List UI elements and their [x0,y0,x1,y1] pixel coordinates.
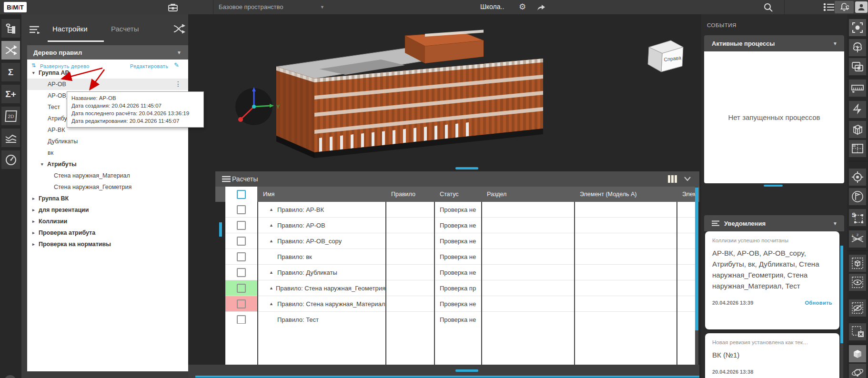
active-processes-header[interactable]: Активные процессы▼ [704,35,844,51]
row-expand-icon[interactable]: ▲ [269,286,276,290]
sum-add-icon[interactable]: Σ+ [1,85,20,103]
row-checkbox[interactable] [237,221,246,230]
workspace-caret-icon[interactable]: ▼ [320,5,324,10]
row-checkbox[interactable] [237,268,246,277]
search-icon[interactable] [763,2,773,12]
workspace-selector[interactable]: Базовое пространство [219,3,283,10]
row-checkbox-cell[interactable] [225,296,257,311]
floor-plan-icon[interactable] [849,140,866,157]
focus-selection-icon[interactable] [849,19,866,36]
tree-item[interactable]: ▸Проверка атрибута [27,227,188,239]
row-expand-icon[interactable]: ▲ [269,270,277,275]
row-checkbox-cell[interactable] [225,249,257,264]
table-hscroll-handle[interactable] [195,376,699,378]
clear-selection-icon[interactable] [849,323,866,340]
row-expand-icon[interactable]: ▲ [269,207,277,212]
panel-menu-icon[interactable] [30,26,40,34]
left-mini-scroll-handle[interactable] [219,222,222,237]
row-checkbox[interactable] [237,299,246,308]
table-vscroll-handle[interactable] [695,188,698,330]
isolate-object-icon[interactable] [849,255,866,272]
row-checkbox[interactable] [237,284,246,293]
show-icon[interactable] [849,274,866,291]
row-name-cell[interactable]: Правило: вк [257,249,385,264]
flash-collision-icon[interactable] [849,101,866,118]
row-name-cell[interactable]: ▲Правило: АР-ВК [257,202,385,217]
tree-item[interactable]: ▸Проверка на нормативы [27,239,188,250]
row-name-cell[interactable]: ▲Правило: Дубликаты [257,265,385,280]
locate-target-icon[interactable] [849,169,866,186]
item-menu-icon[interactable]: ⋮ [175,80,182,88]
tree-caret-icon[interactable]: ▸ [32,208,39,212]
table-row[interactable]: ▲Правило: АР-ВКПроверка не [225,202,695,218]
col-section[interactable]: Раздел [487,187,576,202]
tree-caret-icon[interactable]: ▸ [32,230,39,235]
briefcase-icon[interactable] [168,3,178,12]
table-row[interactable]: Правило: вкПроверка не [225,249,695,265]
tree-item[interactable]: Стена наружная_Материал [27,170,188,181]
axis-gizmo[interactable]: Y [232,85,280,132]
row-checkbox[interactable] [237,205,246,214]
share-icon[interactable] [536,3,546,11]
columns-icon[interactable] [668,175,677,183]
tree-item[interactable]: Дубликаты [27,136,188,147]
tree-item[interactable]: ▾Группа АР [27,67,188,79]
tree-vegetation-icon[interactable] [849,39,866,56]
compare-revisions-icon[interactable]: 12 [849,230,866,248]
row-checkbox-cell[interactable] [225,280,257,296]
row-name-cell[interactable]: ▲Правило: АР-ОВ_copy [257,233,385,249]
tree-caret-icon[interactable]: ▸ [32,219,39,224]
row-name-cell[interactable]: ▲Правило: Стена наружная_Геометрия [257,280,385,296]
tree-caret-icon[interactable]: ▾ [41,162,47,167]
tree-header-caret-icon[interactable]: ▼ [177,50,182,55]
row-checkbox[interactable] [237,315,246,324]
solid-view-icon[interactable] [849,345,866,362]
gauge-icon[interactable] [1,150,20,169]
menu-icon[interactable] [222,176,231,182]
table-row[interactable]: ▲Правило: ДубликатыПроверка не [225,265,695,280]
refresh-link[interactable]: Обновить [805,300,832,306]
gear-icon[interactable]: ⚙ [519,2,526,12]
table-row[interactable]: ▲Правило: АР-ОВ_copyПроверка не [225,233,695,249]
clash-check-icon[interactable] [1,41,20,60]
events-splitter-handle[interactable] [764,185,783,187]
table-row[interactable]: ▲Правило: Стена наружная_ГеометрияПровер… [225,280,695,296]
active-processes-caret-icon[interactable]: ▼ [833,41,838,46]
tab-calculations[interactable]: Расчеты [111,25,139,33]
row-checkbox-cell[interactable] [225,202,257,217]
tree-caret-icon[interactable]: ▸ [32,196,39,201]
select-all-checkbox[interactable] [237,190,246,199]
2d-view-icon[interactable]: 2D [1,107,20,125]
notifications-caret-icon[interactable]: ▼ [833,221,838,226]
row-name-cell[interactable]: ▲Правило: Стена наружная_Материал [257,296,385,311]
tree-structure-icon[interactable] [1,19,20,38]
list-icon[interactable] [823,2,835,12]
tree-item[interactable]: ▾Атрибуты [27,159,188,170]
notification-card[interactable]: Новая ревизия установлена как тек… ВК (№… [705,333,839,378]
bottom-splitter-handle[interactable] [455,369,478,372]
tree-caret-icon[interactable]: ▾ [32,70,39,75]
tree-header-bar[interactable]: Дерево правил▼ [27,45,188,60]
notifications-scroll-handle[interactable] [840,246,843,343]
orbit-icon[interactable] [849,364,866,378]
tree-caret-icon[interactable]: ▸ [32,242,39,247]
notifications-header[interactable]: Уведомления▼ [704,215,844,231]
sum-icon[interactable]: Σ [1,63,20,81]
row-expand-icon[interactable]: ▲ [269,223,277,228]
tree-item[interactable]: ▸Группа ВК [27,193,188,204]
tree-item[interactable]: вк [27,147,188,159]
flag-icon[interactable] [849,188,866,205]
col-element-a[interactable]: Элемент (Модель А) [580,187,678,202]
tree-item[interactable]: ▸для презентации [27,204,188,216]
table-row[interactable]: ▲Правило: Стена наружная_МатериалПроверк… [225,296,695,312]
vertical-splitter-handle[interactable] [455,167,478,169]
navigation-cube[interactable]: Справа [643,36,687,78]
col-status[interactable]: Статус [440,187,483,202]
collapse-chevron-icon[interactable] [684,177,691,181]
tree-item[interactable]: Стена наружная_Геометрия [27,181,188,193]
section-box-icon[interactable] [849,121,866,138]
ruler-icon[interactable] [849,80,866,97]
row-checkbox[interactable] [237,252,246,261]
row-checkbox-cell[interactable] [225,233,257,249]
row-expand-icon[interactable]: ▲ [269,239,277,243]
